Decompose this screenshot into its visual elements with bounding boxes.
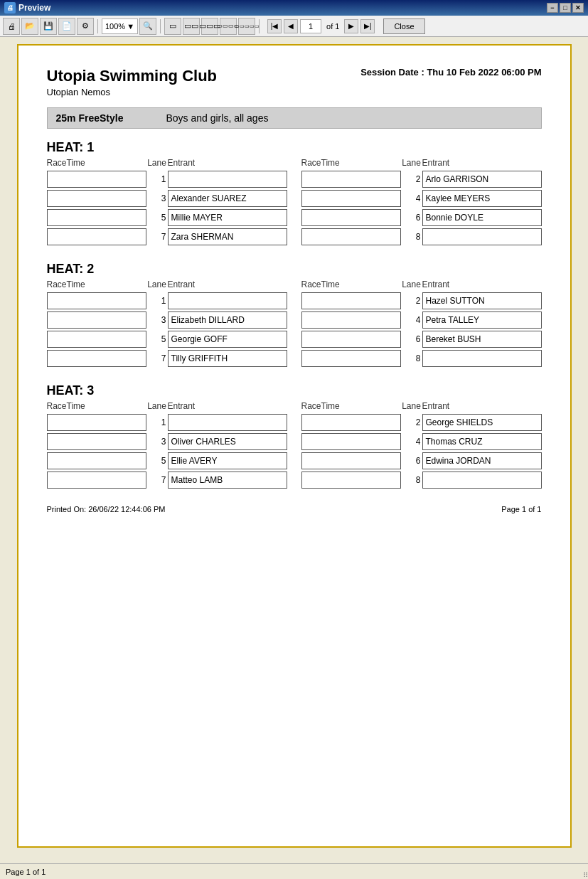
entrant-box[interactable]: Oliver CHARLES (168, 433, 287, 450)
entrant-box[interactable]: Bonnie DOYLE (422, 209, 542, 226)
racetime-box[interactable] (47, 311, 146, 329)
printed-on: Printed On: 26/06/22 12:44:06 PM (47, 505, 166, 513)
racetime-box[interactable] (47, 472, 146, 489)
zoom-dropdown-icon[interactable]: ▼ (127, 22, 134, 31)
save-button[interactable]: 💾 (40, 18, 57, 35)
lane-number: 6 (404, 456, 421, 466)
close-window-button[interactable]: ✕ (572, 3, 584, 13)
lane-number: 7 (149, 353, 166, 363)
racetime-box[interactable] (301, 209, 401, 226)
page-info: Page 1 of 1 (501, 505, 541, 513)
maximize-button[interactable]: □ (560, 3, 571, 13)
settings-button[interactable]: ⚙ (77, 18, 94, 35)
titlebar-controls: − □ ✕ (547, 3, 584, 13)
racetime-box[interactable] (47, 433, 146, 450)
entrant-box[interactable]: Kaylee MEYERS (422, 190, 542, 207)
double-page-button[interactable]: ▭▭ (183, 18, 200, 35)
racetime-box[interactable] (47, 228, 146, 245)
titlebar-title: Preview (18, 3, 547, 13)
entrant-box[interactable]: Bereket BUSH (422, 331, 542, 348)
heat-1-title: HEAT: 1 (47, 140, 542, 155)
entrant-box[interactable]: Petra TALLEY (422, 311, 542, 329)
zoom-in-button[interactable]: 🔍 (139, 18, 156, 35)
entrant-box[interactable]: George SHIELDS (422, 414, 542, 431)
racetime-box[interactable] (47, 171, 146, 188)
zoom-box[interactable]: 100% ▼ (102, 18, 138, 34)
racetime-box[interactable] (301, 433, 401, 450)
triple-page-button[interactable]: ▭▭▭ (201, 18, 218, 35)
racetime-box[interactable] (301, 350, 401, 367)
nav-prev-button[interactable]: ◀ (284, 19, 298, 33)
racetime-box[interactable] (301, 228, 401, 245)
open-button[interactable]: 📂 (21, 18, 38, 35)
document-page: Utopia Swimming Club Utopian Nemos Sessi… (17, 44, 572, 848)
racetime-box[interactable] (301, 414, 401, 431)
entrant-box[interactable]: Ellie AVERY (168, 452, 287, 469)
table-row: 4Kaylee MEYERS (301, 190, 542, 207)
entrant-box[interactable] (422, 350, 542, 367)
event-name: 25m FreeStyle (56, 112, 124, 124)
racetime-box[interactable] (47, 350, 146, 367)
print-button[interactable]: 🖨 (3, 18, 20, 35)
racetime-box[interactable] (301, 452, 401, 469)
entrant-box[interactable]: Georgie GOFF (168, 331, 287, 348)
entrant-header: Entrant (422, 401, 542, 411)
heat-2-title: HEAT: 2 (47, 262, 542, 277)
nav-first-button[interactable]: |◀ (267, 19, 282, 33)
racetime-box[interactable] (301, 331, 401, 348)
racetime-box[interactable] (47, 190, 146, 207)
racetime-box[interactable] (47, 292, 146, 309)
lane-header: Lane (401, 401, 422, 411)
close-preview-button[interactable]: Close (383, 18, 424, 34)
racetime-box[interactable] (301, 171, 401, 188)
entrant-box[interactable]: Matteo LAMB (168, 472, 287, 489)
lane-number: 6 (404, 213, 421, 223)
entrant-box[interactable]: Arlo GARRISON (422, 171, 542, 188)
entrant-box[interactable] (168, 414, 287, 431)
entrant-box[interactable] (168, 171, 287, 188)
lane-number: 2 (404, 417, 421, 427)
toolbar: 🖨 📂 💾 📄 ⚙ 100% ▼ 🔍 ▭ ▭▭ ▭▭▭ ▭▭▭▭ ▭▭▭▭▭ |… (0, 16, 588, 37)
minimize-button[interactable]: − (547, 3, 558, 13)
racetime-box[interactable] (47, 331, 146, 348)
entrant-box[interactable]: Edwina JORDAN (422, 452, 542, 469)
pdf-button[interactable]: 📄 (58, 18, 75, 35)
racetime-box[interactable] (301, 472, 401, 489)
entrant-box[interactable]: Millie MAYER (168, 209, 287, 226)
entrant-box[interactable]: Hazel SUTTON (422, 292, 542, 309)
heat-3-col-right-headers: RaceTimeLaneEntrant (301, 401, 542, 411)
nav-next-button[interactable]: ▶ (344, 19, 358, 33)
entrant-box[interactable]: Tilly GRIFFITH (168, 350, 287, 367)
entrant-box[interactable] (422, 472, 542, 489)
entrant-box[interactable]: Zara SHERMAN (168, 228, 287, 245)
session-label: Session Date : (360, 67, 424, 78)
table-row: 7Tilly GRIFFITH (47, 350, 287, 367)
table-row: 6Edwina JORDAN (301, 452, 542, 469)
fifth-page-button[interactable]: ▭▭▭▭▭ (238, 18, 255, 35)
heat-3-col-left-headers: RaceTimeLaneEntrant (47, 401, 287, 411)
racetime-box[interactable] (301, 292, 401, 309)
racetime-box[interactable] (47, 209, 146, 226)
table-row: 2George SHIELDS (301, 414, 542, 431)
entrant-box[interactable]: Elizabeth DILLARD (168, 311, 287, 329)
entrant-box[interactable] (168, 292, 287, 309)
racetime-box[interactable] (301, 311, 401, 329)
entrant-box[interactable] (422, 228, 542, 245)
racetime-box[interactable] (301, 190, 401, 207)
racetime-box[interactable] (47, 414, 146, 431)
table-row: 4Petra TALLEY (301, 311, 542, 329)
heat-3-title: HEAT: 3 (47, 383, 542, 398)
lane-number: 4 (404, 315, 421, 325)
nav-last-button[interactable]: ▶| (360, 19, 375, 33)
racetime-header: RaceTime (47, 158, 146, 168)
entrant-box[interactable]: Thomas CRUZ (422, 433, 542, 450)
heat-1-col-left: RaceTimeLaneEntrant13Alexander SUAREZ5Mi… (47, 158, 287, 247)
lane-header: Lane (146, 279, 168, 289)
racetime-box[interactable] (47, 452, 146, 469)
single-page-button[interactable]: ▭ (164, 18, 181, 35)
heat-1-columns: RaceTimeLaneEntrant13Alexander SUAREZ5Mi… (47, 158, 542, 247)
lane-number: 8 (404, 475, 421, 485)
heat-1-col-left-headers: RaceTimeLaneEntrant (47, 158, 287, 168)
entrant-box[interactable]: Alexander SUAREZ (168, 190, 287, 207)
page-number-input[interactable] (300, 19, 321, 33)
